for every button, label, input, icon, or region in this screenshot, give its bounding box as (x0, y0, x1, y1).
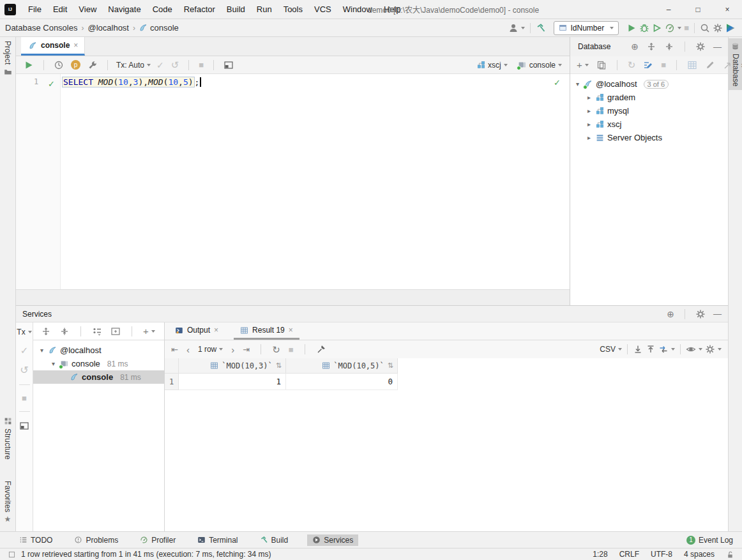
grid-settings-button[interactable] (704, 343, 723, 356)
submit-changes-button[interactable] (642, 59, 655, 72)
chevron-right-icon[interactable]: ▸ (586, 134, 593, 141)
refresh-button[interactable]: ↻ (626, 59, 637, 71)
event-log-button[interactable]: 1 Event Log (684, 534, 736, 546)
console-output-options-button[interactable] (222, 59, 235, 72)
services-row-localhost[interactable]: ▾ @localhost (33, 344, 164, 357)
schema-select[interactable]: xscj (476, 59, 509, 71)
tx-switch-button[interactable]: Tx (17, 328, 31, 337)
run-button[interactable] (625, 22, 638, 34)
commit-button[interactable]: ✓ (19, 344, 30, 356)
export-data-button[interactable] (632, 343, 644, 356)
tree-row-localhost[interactable]: ▾ @localhost 3 of 6 (570, 77, 728, 91)
menu-tools[interactable]: Tools (278, 4, 308, 14)
tab-output[interactable]: Output × (169, 322, 225, 340)
lock-icon[interactable] (726, 550, 734, 559)
user-account-button[interactable] (507, 22, 526, 34)
pin-tab-button[interactable] (315, 343, 328, 356)
services-row-session[interactable]: ▾ console 81 ms (33, 357, 164, 370)
column-header-mod-10-5[interactable]: `MOD(10,5)` ⇅ (286, 358, 398, 374)
menu-navigate[interactable]: Navigate (102, 4, 146, 14)
menu-run[interactable]: Run (251, 4, 278, 14)
tab-result-19[interactable]: Result 19 × (234, 322, 299, 340)
menu-code[interactable]: Code (147, 4, 178, 14)
page-size-select[interactable]: 1 row (197, 344, 224, 355)
status-message[interactable]: 1 row retrieved starting from 1 in 41 ms… (21, 550, 271, 559)
open-table-button[interactable] (686, 59, 699, 72)
menu-vcs[interactable]: VCS (308, 4, 337, 14)
console-settings-button[interactable] (86, 59, 99, 72)
collapse-all-button[interactable] (58, 325, 71, 338)
breadcrumb-console[interactable]: console (150, 23, 179, 33)
hide-panel-button[interactable]: — (712, 308, 723, 319)
inspections-ok-icon[interactable]: ✓ (554, 78, 561, 87)
chevron-right-icon[interactable]: ▸ (586, 107, 593, 114)
sort-icon[interactable]: ⇅ (276, 361, 282, 370)
tree-row-gradem[interactable]: ▸ gradem (570, 91, 728, 104)
menu-build[interactable]: Build (221, 4, 251, 14)
hide-panel-button[interactable]: — (712, 42, 723, 52)
toolwindow-tab-favorites[interactable]: Favorites ★ (0, 481, 15, 523)
toolwindow-button-profiler[interactable]: Profiler (137, 534, 178, 546)
toolwindow-tab-structure[interactable]: Structure (0, 417, 15, 460)
sort-icon[interactable]: ⇅ (388, 361, 393, 370)
build-project-button[interactable] (534, 22, 547, 34)
toolwindow-tab-project[interactable]: Project (0, 41, 15, 76)
toolwindow-button-todo[interactable]: TODO (17, 534, 55, 546)
breadcrumb-database-consoles[interactable]: Database Consoles (5, 23, 77, 33)
show-services-tree-button[interactable] (18, 420, 31, 432)
services-row-console[interactable]: console 81 ms (33, 370, 164, 384)
panel-settings-button[interactable] (694, 40, 707, 53)
add-service-button[interactable]: + (142, 325, 156, 337)
close-tab-icon[interactable]: × (73, 41, 78, 50)
duplicate-button[interactable] (595, 59, 608, 72)
profile-button[interactable] (663, 22, 683, 34)
first-page-button[interactable]: ⇤ (170, 344, 179, 356)
commit-button[interactable]: ✓ (155, 59, 165, 71)
open-ddl-button[interactable] (722, 59, 734, 72)
locate-object-button[interactable]: ⊕ (630, 41, 640, 52)
tx-mode-select[interactable]: Tx: Auto (116, 61, 151, 70)
open-in-new-frame-button[interactable] (109, 325, 122, 338)
toolwindow-button-terminal[interactable]: Terminal (195, 534, 240, 546)
close-tab-icon[interactable]: × (214, 326, 218, 335)
reload-page-button[interactable]: ↻ (271, 344, 282, 356)
menu-refactor[interactable]: Refactor (178, 4, 221, 14)
rollback-button[interactable]: ↺ (170, 59, 181, 71)
run-configuration-select[interactable]: IdNumber (554, 21, 619, 35)
import-data-button[interactable] (644, 343, 657, 356)
parameters-button[interactable]: p (70, 59, 82, 71)
expand-all-button[interactable] (645, 40, 658, 53)
cell-mod-10-3[interactable]: 1 (179, 374, 286, 390)
tree-row-server-objects[interactable]: ▸ Server Objects (570, 131, 728, 144)
indent-widget[interactable]: 4 spaces (684, 550, 715, 559)
cancel-query-button[interactable]: ■ (197, 59, 205, 70)
cell-mod-10-5[interactable]: 0 (286, 374, 398, 390)
tree-row-mysql[interactable]: ▸ mysql (570, 104, 728, 117)
debug-button[interactable] (638, 22, 651, 34)
menu-edit[interactable]: Edit (47, 4, 73, 14)
new-item-button[interactable]: + (575, 59, 590, 71)
toolwindow-button-build[interactable]: Build (257, 534, 291, 546)
stop-process-button[interactable]: ■ (20, 393, 28, 404)
toolwindow-button-services[interactable]: Services (307, 534, 358, 546)
execute-button[interactable] (22, 59, 35, 72)
chevron-right-icon[interactable]: ▸ (586, 121, 593, 128)
run-with-coverage-button[interactable] (651, 22, 663, 34)
search-everywhere-button[interactable] (699, 22, 711, 34)
editor-tab-console[interactable]: console × (21, 37, 85, 56)
breadcrumb-localhost[interactable]: @localhost (87, 23, 129, 33)
editor-surface[interactable]: 1 ✓ SELECT MOD(10,3),MOD(10,5); ✓ (16, 74, 570, 289)
export-format-select[interactable]: CSV (598, 344, 623, 355)
group-by-button[interactable] (91, 325, 103, 338)
stop-refresh-button[interactable]: ■ (660, 59, 667, 70)
toolbar-overflow-button[interactable]: » (739, 59, 742, 70)
expand-all-button[interactable] (40, 325, 52, 338)
toolwindow-button-problems[interactable]: Problems (72, 534, 121, 546)
menu-file[interactable]: File (22, 4, 47, 14)
column-header-mod-10-3[interactable]: `MOD(10,3)` ⇅ (179, 358, 286, 374)
view-options-button[interactable] (685, 343, 704, 356)
encoding-widget[interactable]: UTF-8 (651, 550, 672, 559)
close-button[interactable]: × (713, 0, 742, 19)
panel-settings-button[interactable] (694, 308, 707, 321)
rollback-button[interactable]: ↺ (19, 364, 29, 377)
